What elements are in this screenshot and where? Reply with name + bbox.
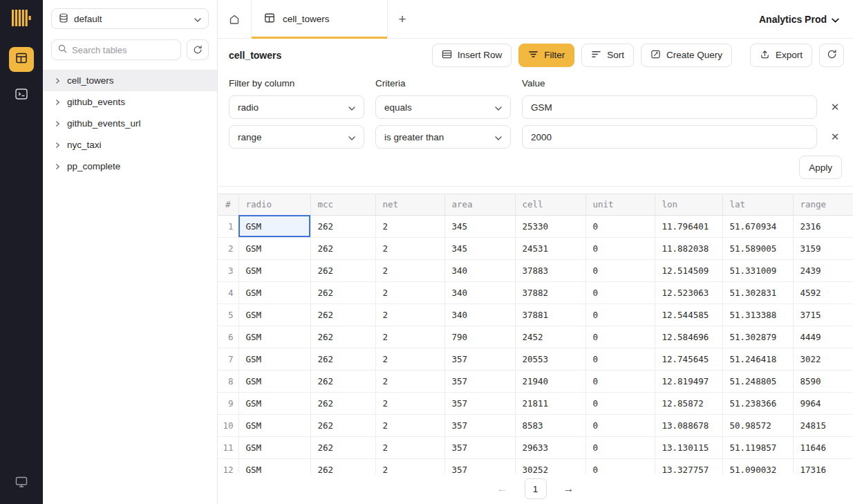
next-page-button[interactable]: → — [563, 483, 574, 495]
cell-radio[interactable]: GSM — [238, 392, 310, 414]
cell-unit[interactable]: 0 — [585, 259, 655, 281]
cell-cell[interactable]: 37882 — [515, 281, 585, 304]
cell-lat[interactable]: 51.589005 — [722, 237, 793, 259]
cell-unit[interactable]: 0 — [585, 215, 655, 237]
cell-unit[interactable]: 0 — [585, 237, 655, 259]
cell-lon[interactable]: 11.882038 — [655, 237, 722, 259]
cell-cell[interactable]: 20553 — [515, 348, 585, 370]
sidebar-item-github_events_url[interactable]: github_events_url — [43, 113, 217, 134]
cell-cell[interactable]: 21940 — [515, 370, 585, 392]
cell-range[interactable]: 3022 — [793, 348, 853, 370]
cell-cell[interactable]: 29633 — [515, 436, 585, 458]
cell-lat[interactable]: 51.248805 — [722, 370, 793, 392]
cell-radio[interactable]: GSM — [238, 370, 310, 392]
cell-range[interactable]: 4449 — [793, 326, 853, 348]
cell-range[interactable]: 24815 — [793, 414, 853, 436]
cell-net[interactable]: 2 — [375, 348, 444, 370]
cell-range[interactable]: 2439 — [793, 259, 853, 281]
cell-unit[interactable]: 0 — [585, 414, 655, 436]
cell-lat[interactable]: 51.119857 — [722, 436, 793, 458]
sidebar-item-github_events[interactable]: github_events — [43, 91, 217, 113]
cell-range[interactable]: 4592 — [793, 281, 853, 304]
cell-area[interactable]: 345 — [444, 237, 515, 259]
refresh-tables-button[interactable] — [187, 39, 209, 60]
cell-lat[interactable]: 51.302831 — [722, 281, 793, 304]
selected-cell[interactable]: GSM — [238, 215, 310, 237]
filter-2-criteria-select[interactable]: is greater than — [375, 125, 511, 149]
cell-area[interactable]: 357 — [444, 370, 515, 392]
create-query-button[interactable]: Create Query — [641, 44, 732, 67]
cell-mcc[interactable]: 262 — [310, 281, 375, 304]
cell-lon[interactable]: 12.85872 — [655, 392, 722, 414]
cell-mcc[interactable]: 262 — [310, 259, 375, 281]
cell-mcc[interactable]: 262 — [310, 237, 375, 259]
cell-range[interactable]: 17316 — [793, 458, 853, 474]
cell-net[interactable]: 2 — [375, 237, 444, 259]
cell-unit[interactable]: 0 — [585, 304, 655, 326]
cell-radio[interactable]: GSM — [238, 326, 310, 348]
export-button[interactable]: Export — [750, 44, 812, 67]
cell-mcc[interactable]: 262 — [310, 458, 375, 474]
cell-unit[interactable]: 0 — [585, 436, 655, 458]
cell-range[interactable]: 11646 — [793, 436, 853, 458]
database-selector[interactable]: default — [51, 8, 209, 29]
cell-net[interactable]: 2 — [375, 304, 444, 326]
cell-range[interactable]: 3715 — [793, 304, 853, 326]
cell-lat[interactable]: 51.331009 — [722, 259, 793, 281]
cell-mcc[interactable]: 262 — [310, 304, 375, 326]
cell-net[interactable]: 2 — [375, 458, 444, 474]
cell-unit[interactable]: 0 — [585, 326, 655, 348]
sort-button[interactable]: Sort — [581, 44, 634, 67]
prev-page-button[interactable]: ← — [497, 483, 508, 495]
cell-cell[interactable]: 24531 — [515, 237, 585, 259]
filter-1-column-select[interactable]: radio — [229, 95, 364, 119]
cell-radio[interactable]: GSM — [238, 237, 310, 259]
cell-area[interactable]: 790 — [444, 326, 515, 348]
cell-lon[interactable]: 12.523063 — [655, 281, 722, 304]
cell-cell[interactable]: 21811 — [515, 392, 585, 414]
cell-area[interactable]: 340 — [444, 304, 515, 326]
cell-net[interactable]: 2 — [375, 370, 444, 392]
cell-net[interactable]: 2 — [375, 259, 444, 281]
cell-mcc[interactable]: 262 — [310, 414, 375, 436]
cell-cell[interactable]: 2452 — [515, 326, 585, 348]
cell-lat[interactable]: 51.246418 — [722, 348, 793, 370]
cell-radio[interactable]: GSM — [238, 348, 310, 370]
cell-area[interactable]: 357 — [444, 458, 515, 474]
cell-net[interactable]: 2 — [375, 281, 444, 304]
cell-range[interactable]: 2316 — [793, 215, 853, 237]
cell-cell[interactable]: 37881 — [515, 304, 585, 326]
filter-2-column-select[interactable]: range — [229, 125, 364, 149]
cell-cell[interactable]: 8583 — [515, 414, 585, 436]
remove-filter-1-button[interactable]: ✕ — [828, 100, 842, 114]
cell-mcc[interactable]: 262 — [310, 436, 375, 458]
filter-1-criteria-select[interactable]: equals — [375, 95, 511, 119]
cell-mcc[interactable]: 262 — [310, 348, 375, 370]
cell-lat[interactable]: 51.313388 — [722, 304, 793, 326]
cell-area[interactable]: 357 — [444, 436, 515, 458]
cell-mcc[interactable]: 262 — [310, 326, 375, 348]
cell-area[interactable]: 340 — [444, 259, 515, 281]
cell-area[interactable]: 340 — [444, 281, 515, 304]
cell-area[interactable]: 357 — [444, 414, 515, 436]
cell-lon[interactable]: 13.327757 — [655, 458, 722, 474]
cell-cell[interactable]: 30252 — [515, 458, 585, 474]
cell-radio[interactable]: GSM — [238, 304, 310, 326]
cell-lat[interactable]: 51.238366 — [722, 392, 793, 414]
cell-range[interactable]: 3159 — [793, 237, 853, 259]
cell-net[interactable]: 2 — [375, 414, 444, 436]
cell-lon[interactable]: 12.745645 — [655, 348, 722, 370]
cell-range[interactable]: 8590 — [793, 370, 853, 392]
cell-lat[interactable]: 51.302879 — [722, 326, 793, 348]
cell-mcc[interactable]: 262 — [310, 392, 375, 414]
cell-net[interactable]: 2 — [375, 436, 444, 458]
filter-button[interactable]: Filter — [518, 44, 574, 67]
cell-radio[interactable]: GSM — [238, 436, 310, 458]
cell-lon[interactable]: 12.514509 — [655, 259, 722, 281]
environment-selector[interactable]: Analytics Prod — [759, 0, 853, 38]
add-tab-button[interactable]: + — [388, 0, 417, 38]
refresh-table-button[interactable] — [819, 44, 844, 67]
cell-unit[interactable]: 0 — [585, 370, 655, 392]
cell-net[interactable]: 2 — [375, 326, 444, 348]
remove-filter-2-button[interactable]: ✕ — [828, 130, 842, 144]
